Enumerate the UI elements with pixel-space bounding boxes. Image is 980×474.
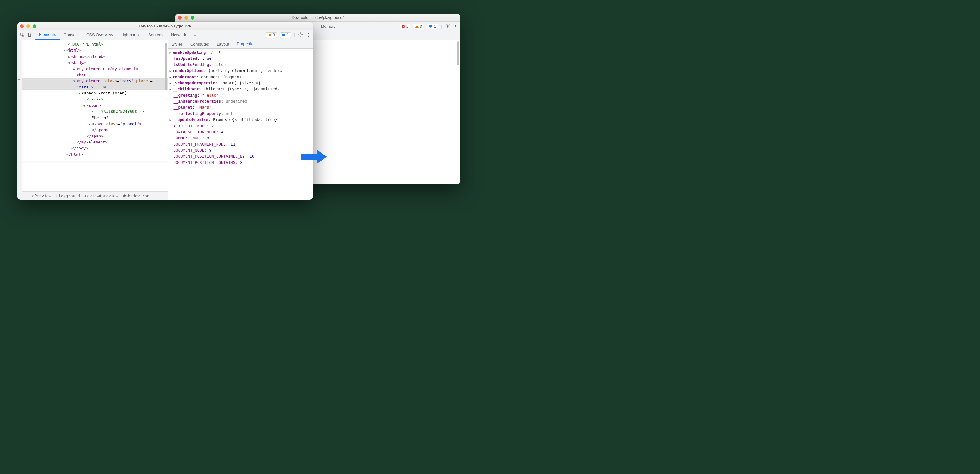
property-row[interactable]: __greeting: "Hello"	[170, 92, 312, 98]
property-row[interactable]: hasUpdated: true	[170, 55, 312, 61]
subtab-properties[interactable]: Properties	[233, 40, 259, 48]
dom-node[interactable]: "Hello"	[22, 115, 167, 121]
more-icon[interactable]: ⋮	[453, 24, 457, 29]
dom-node[interactable]: ▶<my-element>…</my-element>	[22, 66, 167, 72]
main-tabs: ElementsConsoleCSS OverviewLighthouseSou…	[35, 30, 190, 40]
dom-node[interactable]: ▼<html>	[22, 47, 167, 53]
property-row[interactable]: __reflectingProperty: null	[170, 111, 312, 117]
property-row[interactable]: __instanceProperties: undefined	[170, 98, 312, 104]
error-badge[interactable]: 1	[399, 24, 410, 29]
property-row[interactable]: enableUpdating: ƒ ()	[170, 49, 312, 55]
device-icon[interactable]	[27, 32, 33, 38]
minimize-icon[interactable]	[184, 16, 188, 20]
dom-node-selected[interactable]: "Mars"> == $0	[22, 84, 167, 90]
close-icon[interactable]	[20, 24, 24, 28]
svg-point-14	[300, 34, 301, 35]
traffic-lights	[178, 16, 194, 20]
subtab-computed[interactable]: Computed	[186, 40, 213, 48]
property-row[interactable]: __planet: "Mars"	[170, 104, 312, 110]
dom-node[interactable]: <hr>	[22, 72, 167, 78]
tab-memory[interactable]: Memory	[317, 22, 339, 31]
more-icon[interactable]: ⋮	[306, 33, 310, 37]
main-toolbar: ElementsConsoleCSS OverviewLighthouseSou…	[18, 30, 313, 40]
scrollbar[interactable]	[457, 41, 459, 65]
settings-icon[interactable]	[445, 23, 450, 29]
gutter: •••	[18, 40, 22, 200]
dom-node[interactable]: ▼<body>	[22, 59, 167, 65]
dom-node[interactable]: ▶<head>…</head>	[22, 53, 167, 59]
dom-node[interactable]: <!---->	[22, 96, 167, 102]
more-tabs-icon[interactable]: »	[190, 33, 199, 37]
property-row[interactable]: ATTRIBUTE_NODE: 2	[170, 123, 312, 129]
devtools-window-front: DevTools - lit.dev/playground/ ElementsC…	[18, 22, 313, 200]
minimize-icon[interactable]	[26, 24, 30, 28]
dom-node[interactable]: ▼<span>	[22, 102, 167, 108]
titlebar[interactable]: DevTools - lit.dev/playground/	[175, 14, 460, 22]
dom-node[interactable]: </span>	[22, 127, 167, 133]
property-row[interactable]: __childPart: ChildPart {type: 2, _$commi…	[170, 86, 312, 92]
property-row[interactable]: CDATA_SECTION_NODE: 4	[170, 129, 312, 135]
property-row[interactable]: renderOptions: {host: my-element.mars, r…	[170, 68, 312, 74]
property-row[interactable]: DOCUMENT_POSITION_CONTAINED_BY: 16	[170, 153, 312, 159]
svg-point-7	[447, 25, 448, 27]
property-row[interactable]: _$changedProperties: Map(0) {size: 0}	[170, 80, 312, 86]
dom-node[interactable]: ▶<span class="planet">…	[22, 121, 167, 127]
svg-rect-5	[417, 27, 417, 27]
tab-lighthouse[interactable]: Lighthouse	[117, 30, 145, 40]
zoom-icon[interactable]	[191, 16, 194, 20]
zoom-icon[interactable]	[33, 24, 37, 28]
dom-node-selected[interactable]: ▼<my-element class="mars" planet=	[22, 78, 167, 84]
property-row[interactable]: COMMENT_NODE: 8	[170, 135, 312, 141]
scrollbar[interactable]	[165, 43, 167, 91]
breadcrumb-overflow[interactable]: …	[23, 193, 30, 198]
dom-node[interactable]: </span>	[22, 133, 167, 139]
window-title: DevTools - lit.dev/playground/	[175, 16, 460, 20]
tab-console[interactable]: Console	[60, 30, 83, 40]
property-row[interactable]: DOCUMENT_FRAGMENT_NODE: 11	[170, 141, 312, 147]
dom-node[interactable]: </body>	[22, 145, 167, 151]
property-row[interactable]: DOCUMENT_POSITION_CONTAINS: 8	[170, 159, 312, 165]
more-tabs-icon[interactable]: »	[339, 24, 349, 29]
dom-node[interactable]: <!--?lit$927534869$-->	[22, 108, 167, 115]
inspect-icon[interactable]	[19, 32, 25, 38]
message-badge[interactable]: 1	[280, 32, 291, 38]
tab-network[interactable]: Network	[167, 30, 190, 40]
warning-badge[interactable]: 3	[413, 24, 424, 29]
svg-rect-6	[429, 25, 433, 27]
dom-node[interactable]: <!DOCTYPE html>	[22, 41, 167, 47]
properties-list: enableUpdating: ƒ ()hasUpdated: trueisUp…	[168, 49, 313, 166]
traffic-lights	[20, 24, 37, 28]
svg-rect-4	[417, 26, 417, 27]
tab-sources[interactable]: Sources	[145, 30, 167, 40]
warning-badge[interactable]: 3	[266, 32, 277, 38]
sidebar-tabs: StylesComputedLayoutProperties»	[168, 40, 313, 49]
dom-tree[interactable]: <!DOCTYPE html> ▼<html> ▶<head>…</head> …	[22, 40, 167, 159]
close-icon[interactable]	[178, 16, 182, 20]
settings-icon[interactable]	[298, 32, 303, 38]
subtab-layout[interactable]: Layout	[213, 40, 233, 48]
property-row[interactable]: renderRoot: document-fragment	[170, 74, 312, 80]
breadcrumb-item[interactable]: playground-preview#preview	[54, 193, 121, 198]
more-subtabs-icon[interactable]: »	[259, 40, 269, 48]
titlebar[interactable]: DevTools - lit.dev/playground/	[18, 22, 313, 30]
window-title: DevTools - lit.dev/playground/	[18, 24, 313, 29]
property-row[interactable]: __updatePromise: Promise {<fulfilled>: t…	[170, 117, 312, 122]
property-row[interactable]: isUpdatePending: false	[170, 62, 312, 68]
svg-rect-13	[282, 34, 285, 36]
breadcrumb-item[interactable]: #shadow-root	[121, 193, 154, 198]
dom-node[interactable]: ▼#shadow-root (open)	[22, 90, 167, 96]
breadcrumb-item[interactable]: dPreview	[30, 193, 54, 198]
arrow-icon	[300, 147, 328, 167]
breadcrumb[interactable]: …dPreviewplayground-preview#preview#shad…	[22, 191, 167, 200]
tab-elements[interactable]: Elements	[35, 30, 60, 40]
message-badge[interactable]: 1	[427, 24, 438, 29]
tab-css-overview[interactable]: CSS Overview	[83, 30, 117, 40]
dom-node[interactable]: </html>	[22, 151, 167, 157]
subtab-styles[interactable]: Styles	[168, 40, 186, 48]
svg-rect-8	[20, 33, 22, 35]
dom-node[interactable]: </my-element>	[22, 139, 167, 145]
breadcrumb-overflow[interactable]: …	[154, 193, 161, 198]
property-row[interactable]: DOCUMENT_NODE: 9	[170, 147, 312, 153]
